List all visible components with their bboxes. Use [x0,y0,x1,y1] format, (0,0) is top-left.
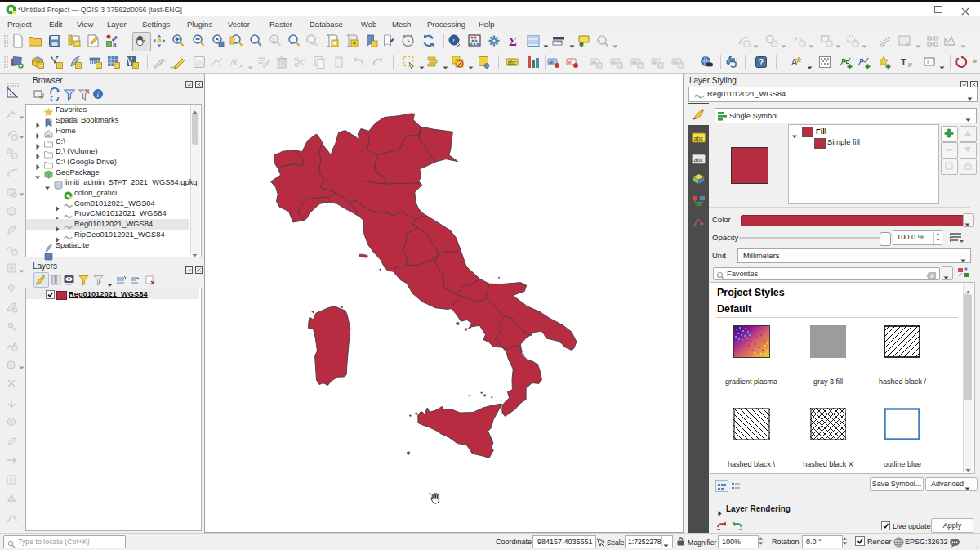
svg-text:?: ? [759,58,764,67]
svg-text:ab: ab [673,60,678,65]
svg-text:ab: ab [612,60,617,65]
svg-text:a: a [113,41,117,48]
svg-text:ab: ab [591,60,596,65]
svg-text:ε: ε [99,279,102,285]
svg-text:ab: ab [549,60,554,65]
svg-text:i: i [452,37,454,44]
svg-text:1:1: 1:1 [272,38,278,42]
svg-text:ab: ab [632,60,637,65]
svg-text:ab: ab [653,60,657,65]
svg-text:T: T [901,57,906,67]
svg-text:/x: /x [230,58,238,66]
svg-text:abc: abc [693,156,703,162]
svg-text:abc: abc [508,60,517,65]
svg-text:Σ: Σ [509,35,517,48]
svg-text:T: T [926,59,929,65]
svg-text:ab: ab [568,60,572,65]
svg-text:abc: abc [693,135,703,141]
